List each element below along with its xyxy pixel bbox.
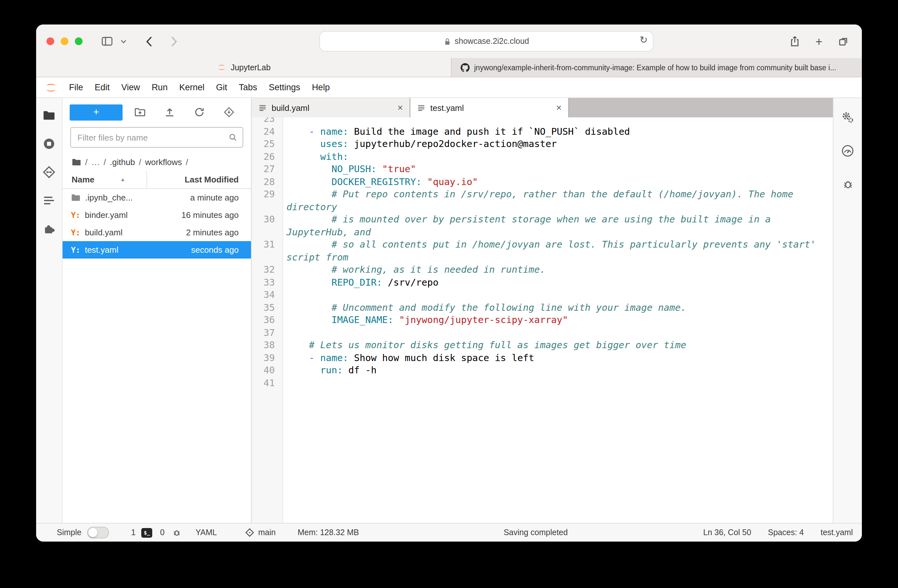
editor-row[interactable]: 23	[252, 117, 833, 125]
property-inspector-icon[interactable]	[841, 111, 854, 124]
share-icon[interactable]	[790, 35, 800, 47]
new-launcher-button[interactable]: +	[70, 104, 123, 120]
minimize-window-button[interactable]	[61, 37, 68, 45]
line-number: 38	[252, 339, 283, 352]
editor-row[interactable]: 31 # so all contents put in /home/jovyan…	[252, 238, 833, 251]
line-number	[252, 226, 283, 238]
menu-kernel[interactable]: Kernel	[174, 77, 210, 97]
search-icon	[228, 133, 237, 142]
bug-icon[interactable]	[172, 528, 181, 537]
editor-row[interactable]: 37	[252, 327, 833, 339]
file-row[interactable]: Y:test.yamlseconds ago	[63, 241, 251, 258]
menu-help[interactable]: Help	[306, 77, 336, 97]
breadcrumb-separator: /	[139, 157, 141, 167]
filter-files-input[interactable]	[76, 132, 228, 143]
file-modified: a minute ago	[146, 193, 251, 203]
new-folder-icon[interactable]	[134, 106, 146, 118]
editor-row[interactable]: 30 # is mounted over by persistent stora…	[252, 213, 833, 226]
editor-tab-test.yaml[interactable]: test.yaml✕	[410, 98, 569, 117]
git-branch-icon[interactable]	[246, 528, 255, 537]
breadcrumb-ellipsis[interactable]: …	[91, 157, 100, 167]
menubar-items: FileEditViewRunKernelGitTabsSettingsHelp	[63, 77, 335, 97]
refresh-icon[interactable]	[194, 106, 205, 118]
jupyter-favicon	[217, 63, 226, 72]
editor-row[interactable]: 40 run: df -h	[252, 364, 833, 377]
terminal-icon[interactable]: $_	[141, 528, 152, 537]
breadcrumb-dir[interactable]: workflows	[145, 157, 182, 167]
table-of-contents-icon[interactable]	[42, 193, 56, 207]
close-icon[interactable]: ✕	[556, 103, 562, 112]
chevron-down-icon[interactable]	[119, 33, 128, 50]
status-message: Saving completed	[503, 528, 568, 537]
language-mode[interactable]: YAML	[195, 528, 217, 537]
editor-row[interactable]: directory	[252, 201, 833, 213]
column-last-modified[interactable]: Last Modified	[146, 171, 251, 188]
address-bar[interactable]: showcase.2i2c.cloud ↻	[320, 32, 653, 51]
menu-settings[interactable]: Settings	[263, 77, 306, 97]
browser-tab-github[interactable]: jnywong/example-inherit-from-community-i…	[451, 58, 862, 77]
editor-row[interactable]: 41	[252, 377, 833, 389]
editor-row[interactable]: 24 - name: Build the image and push it i…	[252, 125, 833, 138]
line-number	[252, 201, 283, 213]
file-row[interactable]: Y:binder.yaml16 minutes ago	[63, 206, 251, 224]
line-number: 23	[252, 117, 283, 125]
new-tab-button[interactable]: +	[815, 35, 823, 48]
menu-run[interactable]: Run	[146, 77, 174, 97]
sidebar-toggle-icon[interactable]	[98, 33, 116, 50]
menu-file[interactable]: File	[63, 77, 89, 97]
editor-row[interactable]: 39 - name: Show how much disk space is l…	[252, 352, 833, 364]
upload-icon[interactable]	[164, 106, 175, 118]
back-button[interactable]	[139, 33, 157, 50]
running-sessions-icon[interactable]	[42, 137, 56, 151]
file-row[interactable]: Y:build.yaml2 minutes ago	[63, 224, 251, 241]
git-branch-name[interactable]: main	[258, 528, 276, 537]
file-name: build.yaml	[85, 227, 123, 237]
editor-row[interactable]: 34	[252, 289, 833, 301]
url-text: showcase.2i2c.cloud	[455, 37, 529, 46]
editor-row[interactable]: 35 # Uncomment and modify the following …	[252, 301, 833, 314]
debugger-bug-icon[interactable]	[841, 178, 854, 190]
editor-row[interactable]: 26 with:	[252, 150, 833, 163]
editor-row[interactable]: 38 # Lets us monitor disks getting full …	[252, 339, 833, 352]
file-row[interactable]: .ipynb_che...a minute ago	[63, 189, 251, 206]
editor[interactable]: 2324 - name: Build the image and push it…	[252, 117, 833, 523]
indent-setting[interactable]: Spaces: 4	[768, 528, 804, 537]
editor-row[interactable]: JupyterHub, and	[252, 226, 833, 238]
terminal-count[interactable]: 1	[131, 528, 135, 537]
menu-git[interactable]: Git	[210, 77, 233, 97]
editor-row[interactable]: 25 uses: jupyterhub/repo2docker-action@m…	[252, 138, 833, 150]
simple-mode-toggle[interactable]	[87, 527, 109, 538]
git-icon[interactable]	[42, 165, 56, 179]
zoom-window-button[interactable]	[75, 37, 83, 45]
editor-row[interactable]: 29 # Put repo contents in /srv/repo, rat…	[252, 188, 833, 201]
editor-row[interactable]: 27 NO_PUSH: "true"	[252, 163, 833, 176]
filter-files-box[interactable]	[70, 127, 243, 147]
editor-tab-build.yaml[interactable]: build.yaml✕	[252, 98, 410, 117]
activity-bar	[36, 98, 63, 523]
editor-row[interactable]: 33 REPO_DIR: /srv/repo	[252, 276, 833, 289]
git-clone-icon[interactable]	[223, 106, 235, 118]
browser-tab-jupyterlab[interactable]: JupyterLab	[36, 58, 451, 77]
file-browser-icon[interactable]	[42, 108, 56, 123]
forward-button[interactable]	[165, 33, 183, 50]
home-folder-icon[interactable]	[72, 157, 81, 167]
menu-view[interactable]: View	[115, 77, 146, 97]
kernel-count[interactable]: 0	[160, 528, 165, 537]
yaml-file-icon: Y:	[71, 245, 80, 254]
close-icon[interactable]: ✕	[397, 103, 403, 112]
menu-tabs[interactable]: Tabs	[233, 77, 263, 97]
reload-icon[interactable]: ↻	[640, 34, 648, 46]
dock-tabbar: build.yaml✕test.yaml✕	[252, 98, 833, 117]
editor-row[interactable]: 36 IMAGE_NAME: "jnywong/jupyter-scipy-xa…	[252, 314, 833, 327]
editor-row[interactable]: 32 # working, as it is needed in runtime…	[252, 264, 833, 276]
breadcrumb-dir[interactable]: .github	[110, 157, 135, 167]
column-name[interactable]: Name ▲	[63, 175, 146, 184]
tab-overview-icon[interactable]	[838, 36, 849, 46]
editor-row[interactable]: 28 DOCKER_REGISTRY: "quay.io"	[252, 176, 833, 188]
close-window-button[interactable]	[46, 37, 54, 45]
extension-manager-icon[interactable]	[42, 222, 56, 236]
cursor-position[interactable]: Ln 36, Col 50	[703, 528, 751, 537]
editor-row[interactable]: script from	[252, 251, 833, 264]
menu-edit[interactable]: Edit	[89, 77, 116, 97]
dashboard-gauge-icon[interactable]	[841, 144, 854, 157]
